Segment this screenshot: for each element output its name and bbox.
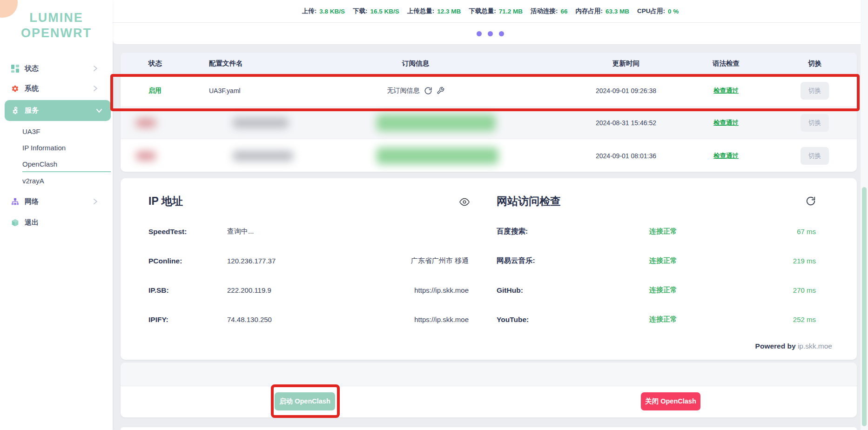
check-row-label: 百度搜索: (497, 227, 590, 236)
sidebar-item-label: 退出 (25, 218, 39, 227)
subitem-label: OpenClash (22, 160, 57, 168)
ip-row: IPIFY: 74.48.130.250 https://ip.skk.moe (148, 305, 469, 334)
web-check-row: 百度搜索: 连接正常 67 ms (497, 217, 816, 246)
stat-upload-total: 上传总量:12.3 MB (407, 7, 461, 15)
app-logo: LUMINE OPENWRT (0, 10, 113, 41)
ip-row: SpeedTest: 查询中... (148, 217, 469, 246)
col-header-config-name: 配置文件名 (200, 59, 259, 68)
powered-by-link[interactable]: ip.skk.moe (798, 342, 832, 350)
col-header-updated: 更新时间 (572, 59, 680, 68)
web-check-section-title: 网站访问检查 (497, 194, 561, 208)
check-row-latency: 219 ms (737, 257, 816, 265)
gear-icon (11, 85, 19, 93)
ip-row-extra: https://ip.skk.moe (414, 316, 469, 323)
active-subitem-underline (22, 171, 111, 172)
redacted-config-name (233, 118, 289, 128)
chevron-down-icon (96, 108, 102, 113)
sidebar-subitem-v2raya[interactable]: v2rayA (22, 174, 101, 188)
syntax-check-result[interactable]: 检查通过 (713, 87, 739, 94)
switch-config-button[interactable]: 切换 (801, 114, 829, 132)
logo-line2: OPENWRT (0, 26, 113, 41)
syntax-check-result[interactable]: 检查通过 (713, 119, 739, 126)
ip-row-label: PConline: (148, 257, 227, 265)
start-openclash-button[interactable]: 启动 OpenClash (275, 392, 335, 410)
sidebar-item-network[interactable]: 网络 (11, 194, 104, 209)
ip-row-value: 222.200.119.9 (227, 286, 414, 294)
redacted-subscription (377, 114, 496, 131)
ip-row-label: IPIFY: (148, 316, 227, 324)
sidebar-item-services[interactable]: 服务 (5, 100, 111, 121)
config-status: 启用 (121, 87, 200, 95)
check-row-label: GitHub: (497, 286, 590, 295)
stat-upload-speed: 上传:3.8 KB/S (302, 7, 345, 15)
scrollbar-track[interactable] (861, 0, 868, 430)
sidebar-subitem-ua3f[interactable]: UA3F (22, 124, 101, 138)
ip-row-label: SpeedTest: (148, 228, 227, 236)
switch-config-button[interactable]: 切换 (801, 82, 829, 100)
scrollbar-thumb[interactable] (862, 187, 867, 426)
powered-by: Powered by ip.skk.moe (755, 342, 832, 350)
powered-by-text: Powered by (755, 342, 798, 350)
stat-download-speed: 下载:16.5 KB/S (353, 7, 399, 15)
sidebar-subitem-ip-information[interactable]: IP Information (22, 141, 101, 155)
wrench-icon[interactable] (437, 87, 444, 94)
sidebar-item-label: 服务 (25, 106, 39, 115)
web-check-row: 网易云音乐: 连接正常 219 ms (497, 246, 816, 275)
redacted-status (136, 118, 156, 128)
actions-card-header (121, 363, 857, 386)
ip-row-value: 74.48.130.250 (227, 316, 414, 323)
sidebar-item-label: 状态 (25, 64, 39, 73)
sidebar-item-logout[interactable]: 退出 (11, 215, 104, 230)
network-icon (11, 198, 19, 206)
refresh-icon[interactable] (806, 196, 816, 206)
ip-row: PConline: 120.236.177.37 广东省广州市 移通 (148, 246, 469, 275)
check-row-status: 连接正常 (590, 315, 737, 324)
switch-config-button[interactable]: 切换 (801, 147, 829, 165)
check-row-latency: 67 ms (737, 228, 816, 235)
redacted-config-name (233, 151, 293, 161)
col-header-status: 状态 (121, 59, 200, 68)
config-updated-time: 2024-08-31 15:46:52 (572, 119, 680, 127)
web-check-rows: 百度搜索: 连接正常 67 ms 网易云音乐: 连接正常 219 ms GitH… (497, 217, 816, 334)
check-row-label: 网易云音乐: (497, 256, 590, 266)
refresh-icon[interactable] (424, 87, 432, 95)
app-root: LUMINE OPENWRT 状态 系统 (0, 0, 868, 430)
ip-row-extra: 广东省广州市 移通 (411, 256, 469, 265)
eye-icon[interactable] (459, 197, 470, 207)
config-updated-time: 2024-09-01 08:01:36 (572, 152, 680, 160)
ip-row-value: 120.236.177.37 (227, 257, 411, 265)
ip-row-label: IP.SB: (148, 286, 227, 295)
gears-icon (11, 107, 19, 114)
check-row-latency: 252 ms (737, 316, 816, 323)
check-row-latency: 270 ms (737, 286, 816, 294)
table-row: 启用 UA3F.yaml 无订阅信息 2024-09-01 09:26:38 检… (121, 74, 857, 107)
ip-and-check-card: IP 地址 SpeedTest: 查询中... PConline: 120.23… (121, 178, 857, 360)
ip-rows: SpeedTest: 查询中... PConline: 120.236.177.… (148, 217, 469, 334)
check-row-status: 连接正常 (590, 286, 737, 295)
sidebar-item-system[interactable]: 系统 (11, 81, 104, 96)
stat-download-total: 下载总量:71.2 MB (469, 7, 523, 15)
sidebar-item-label: 网络 (25, 197, 39, 206)
status-bar: 上传:3.8 KB/S 下载:16.5 KB/S 上传总量:12.3 MB 下载… (113, 0, 868, 23)
table-header-row: 状态 配置文件名 订阅信息 更新时间 语法检查 切换 (121, 53, 857, 74)
loading-dot (488, 31, 493, 36)
subitem-label: UA3F (22, 128, 40, 135)
loading-dot (477, 31, 482, 36)
config-updated-time: 2024-09-01 09:26:38 (572, 87, 680, 94)
stop-openclash-button[interactable]: 关闭 OpenClash (641, 392, 700, 410)
loading-indicator (113, 23, 868, 45)
ip-row-value: 查询中... (227, 227, 469, 236)
sidebar-subitem-openclash[interactable]: OpenClash (22, 157, 101, 171)
web-check-row: YouTube: 连接正常 252 ms (497, 305, 816, 334)
subscription-info: 无订阅信息 (387, 87, 420, 95)
loading-dot (499, 31, 504, 36)
chevron-right-icon (93, 198, 98, 205)
openclash-actions-card: 启动 OpenClash 关闭 OpenClash (121, 363, 857, 417)
subitem-label: v2rayA (22, 177, 44, 185)
chevron-right-icon (93, 85, 98, 92)
sidebar-item-status[interactable]: 状态 (11, 60, 104, 76)
sidebar: LUMINE OPENWRT 状态 系统 (0, 0, 113, 430)
syntax-check-result[interactable]: 检查通过 (713, 152, 739, 159)
next-card-edge (121, 427, 857, 430)
ip-row-extra: https://ip.skk.moe (414, 286, 469, 294)
